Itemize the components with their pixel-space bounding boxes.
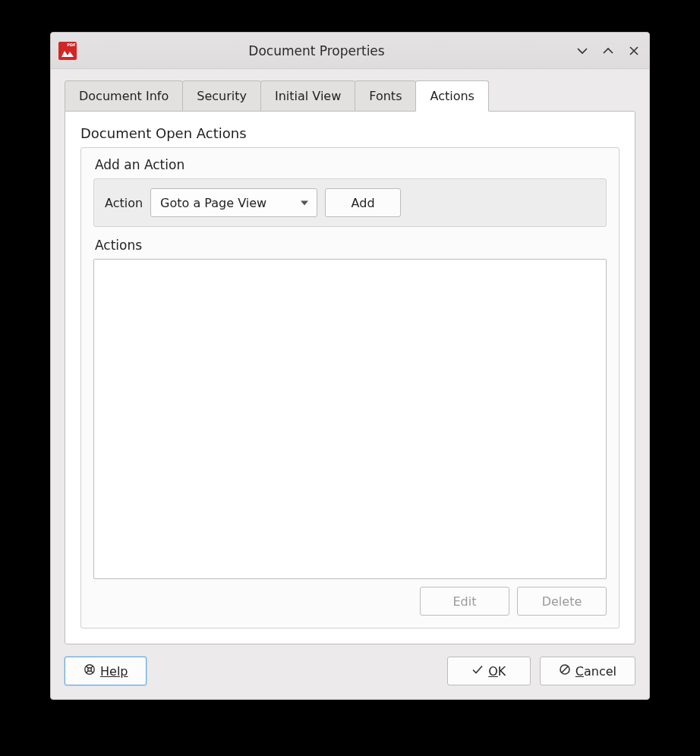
help-button[interactable]: Help <box>65 657 147 685</box>
help-icon <box>84 663 96 679</box>
add-action-title: Add an Action <box>95 157 607 172</box>
action-select[interactable]: Goto a Page View <box>150 188 317 217</box>
actions-listbox[interactable] <box>93 259 607 579</box>
add-button-label: Add <box>352 196 375 210</box>
add-action-row: Action Goto a Page View Add <box>93 178 607 227</box>
document-open-actions-group: Add an Action Action Goto a Page View Ad… <box>80 147 620 628</box>
help-button-label: Help <box>100 664 128 679</box>
tab-security[interactable]: Security <box>182 80 261 112</box>
delete-button-label: Delete <box>542 594 582 609</box>
app-icon <box>58 42 77 60</box>
actions-row-buttons: Edit Delete <box>93 587 607 616</box>
close-button[interactable] <box>626 43 642 58</box>
tab-initial-view[interactable]: Initial View <box>260 80 355 112</box>
client-area: Document Info Security Initial View Font… <box>51 69 649 699</box>
cancel-button-label: Cancel <box>575 664 616 679</box>
chevron-down-icon <box>300 196 309 210</box>
delete-button[interactable]: Delete <box>517 587 607 616</box>
add-button[interactable]: Add <box>325 188 401 217</box>
action-select-value: Goto a Page View <box>160 196 266 210</box>
tab-document-info[interactable]: Document Info <box>65 80 183 112</box>
window-title: Document Properties <box>65 43 569 58</box>
check-icon <box>471 663 484 679</box>
cancel-button[interactable]: Cancel <box>540 657 635 685</box>
actions-area: Actions Edit Delete <box>93 238 607 616</box>
section-title: Document Open Actions <box>80 125 620 141</box>
edit-button-label: Edit <box>453 594 477 609</box>
titlebar: Document Properties <box>51 33 649 69</box>
actions-list-title: Actions <box>95 238 607 253</box>
action-label: Action <box>105 196 143 210</box>
tab-actions[interactable]: Actions <box>415 80 488 112</box>
tab-fonts[interactable]: Fonts <box>355 80 416 112</box>
dialog-footer: Help OK Cancel <box>65 657 635 685</box>
dialog-window: Document Properties Document Info Securi… <box>50 32 650 700</box>
cancel-icon <box>559 663 571 679</box>
tab-bar: Document Info Security Initial View Font… <box>65 80 635 111</box>
edit-button[interactable]: Edit <box>420 587 509 616</box>
svg-point-1 <box>88 668 92 672</box>
minimize-button[interactable] <box>575 43 590 58</box>
maximize-button[interactable] <box>601 43 616 58</box>
ok-button[interactable]: OK <box>447 657 531 685</box>
tab-page-actions: Document Open Actions Add an Action Acti… <box>65 111 635 644</box>
window-controls <box>575 43 642 58</box>
ok-button-label: OK <box>488 664 506 679</box>
